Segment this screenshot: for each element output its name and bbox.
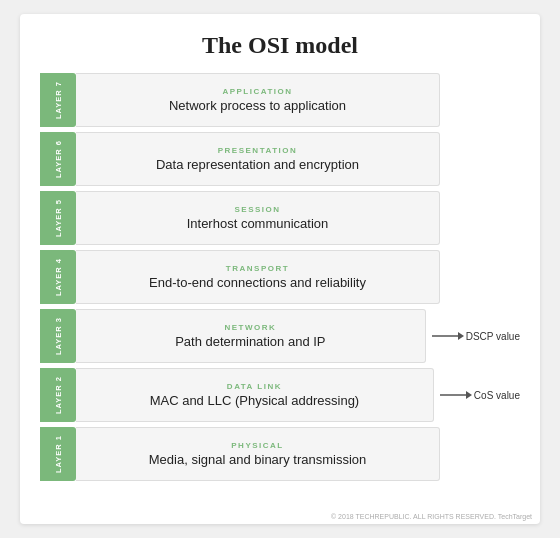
layer-label-layer4: Layer 4 [40, 250, 76, 304]
layer-desc-layer1: Media, signal and binary transmission [149, 452, 367, 467]
layer-label-layer2: Layer 2 [40, 368, 76, 422]
layer-row-layer2: Layer 2DATA LINKMAC and LLC (Physical ad… [40, 368, 520, 422]
layer-sublabel-layer7: APPLICATION [222, 87, 292, 96]
layer-desc-layer6: Data representation and encryption [156, 157, 359, 172]
main-title: The OSI model [40, 32, 520, 59]
layer-label-layer3: Layer 3 [40, 309, 76, 363]
layer-sublabel-layer2: DATA LINK [227, 382, 282, 391]
layer-content-layer5: SESSIONInterhost communication [76, 191, 440, 245]
svg-marker-3 [466, 391, 472, 399]
osi-model-card: The OSI model Layer 7APPLICATIONNetwork … [20, 14, 540, 524]
layer-sublabel-layer6: PRESENTATION [218, 146, 297, 155]
layer-sublabel-layer1: PHYSICAL [231, 441, 283, 450]
layer-sublabel-layer4: TRANSPORT [226, 264, 289, 273]
layer-label-layer1: Layer 1 [40, 427, 76, 481]
watermark: © 2018 TECHREPUBLIC. ALL RIGHTS RESERVED… [331, 513, 532, 520]
layer-content-layer3: NETWORKPath determination and IP [76, 309, 426, 363]
layer-row-layer7: Layer 7APPLICATIONNetwork process to app… [40, 73, 520, 127]
layer-desc-layer4: End-to-end connections and reliability [149, 275, 366, 290]
layer-desc-layer7: Network process to application [169, 98, 346, 113]
annotation-text-layer2: CoS value [474, 390, 520, 401]
layer-sublabel-layer5: SESSION [234, 205, 280, 214]
layer-row-layer3: Layer 3NETWORKPath determination and IP … [40, 309, 520, 363]
layer-row-layer4: Layer 4TRANSPORTEnd-to-end connections a… [40, 250, 520, 304]
layer-sublabel-layer3: NETWORK [224, 323, 276, 332]
layer-row-layer5: Layer 5SESSIONInterhost communication [40, 191, 520, 245]
annotation-layer2: CoS value [440, 388, 520, 402]
layers-container: Layer 7APPLICATIONNetwork process to app… [40, 73, 520, 481]
annotation-layer3: DSCP value [432, 329, 520, 343]
annotation-text-layer3: DSCP value [466, 331, 520, 342]
layer-content-layer1: PHYSICALMedia, signal and binary transmi… [76, 427, 440, 481]
annotation-arrow-layer3 [432, 329, 464, 343]
annotation-arrow-layer2 [440, 388, 472, 402]
layer-content-layer6: PRESENTATIONData representation and encr… [76, 132, 440, 186]
layer-content-layer7: APPLICATIONNetwork process to applicatio… [76, 73, 440, 127]
layer-label-layer5: Layer 5 [40, 191, 76, 245]
layer-desc-layer5: Interhost communication [187, 216, 329, 231]
layer-desc-layer2: MAC and LLC (Physical addressing) [150, 393, 360, 408]
layer-content-layer4: TRANSPORTEnd-to-end connections and reli… [76, 250, 440, 304]
layer-content-layer2: DATA LINKMAC and LLC (Physical addressin… [76, 368, 434, 422]
layer-desc-layer3: Path determination and IP [175, 334, 325, 349]
svg-marker-1 [458, 332, 464, 340]
layer-label-layer6: Layer 6 [40, 132, 76, 186]
layer-row-layer1: Layer 1PHYSICALMedia, signal and binary … [40, 427, 520, 481]
layer-row-layer6: Layer 6PRESENTATIONData representation a… [40, 132, 520, 186]
layer-label-layer7: Layer 7 [40, 73, 76, 127]
